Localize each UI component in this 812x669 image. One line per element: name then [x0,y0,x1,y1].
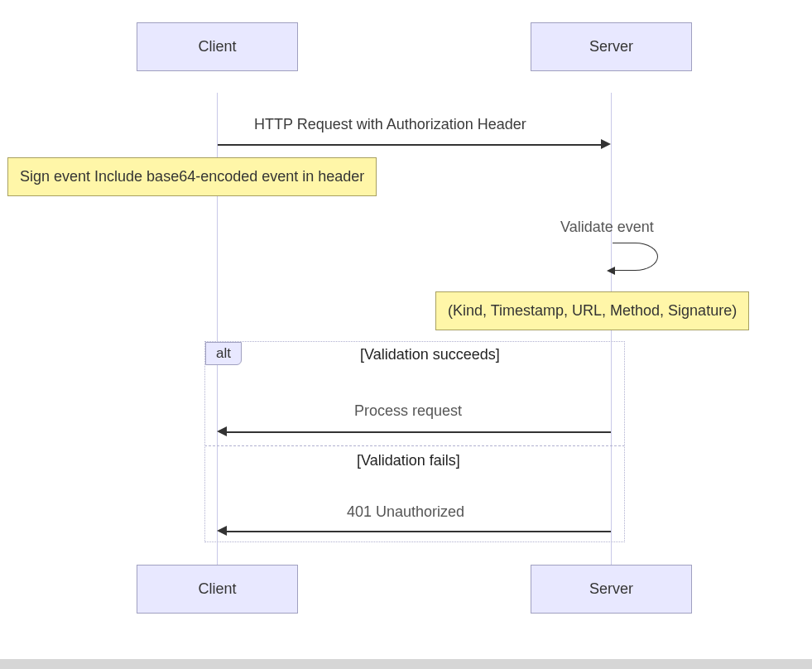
arrow-process-request [227,431,611,433]
note-validation-items-text: (Kind, Timestamp, URL, Method, Signature… [448,302,737,319]
alt-tab-label: alt [216,345,231,361]
alt-cond-fail: [Validation fails] [357,452,460,469]
arrow-unauthorized [227,531,611,532]
actor-server-top: Server [531,22,692,71]
sequence-diagram: Client Server HTTP Request with Authoriz… [0,0,812,654]
arrow-head-unauthorized [217,526,227,536]
actor-client-bottom: Client [137,565,298,614]
arrow-head-process-request [217,426,227,436]
note-sign-event-text: Sign event Include base64-encoded event … [20,168,364,185]
alt-cond-success: [Validation succeeds] [360,346,500,363]
msg-unauthorized-label: 401 Unauthorized [347,503,464,521]
msg-http-request-label: HTTP Request with Authorization Header [254,116,526,133]
note-sign-event: Sign event Include base64-encoded event … [7,157,377,196]
alt-divider [204,445,625,446]
actor-server-label: Server [589,38,633,55]
actor-client-bottom-label: Client [198,580,236,597]
self-loop-validate [613,243,658,271]
note-validation-items: (Kind, Timestamp, URL, Method, Signature… [435,291,749,330]
actor-server-bottom-label: Server [589,580,633,597]
self-loop-head-validate [607,267,615,275]
msg-validate-event-label: Validate event [560,219,654,236]
actor-server-bottom: Server [531,565,692,614]
bottom-bar [0,659,812,669]
actor-client-label: Client [198,38,236,55]
actor-client-top: Client [137,22,298,71]
arrow-http-request [218,144,601,146]
arrow-head-http-request [601,139,611,149]
alt-tab: alt [205,342,242,365]
msg-process-request-label: Process request [354,402,462,420]
